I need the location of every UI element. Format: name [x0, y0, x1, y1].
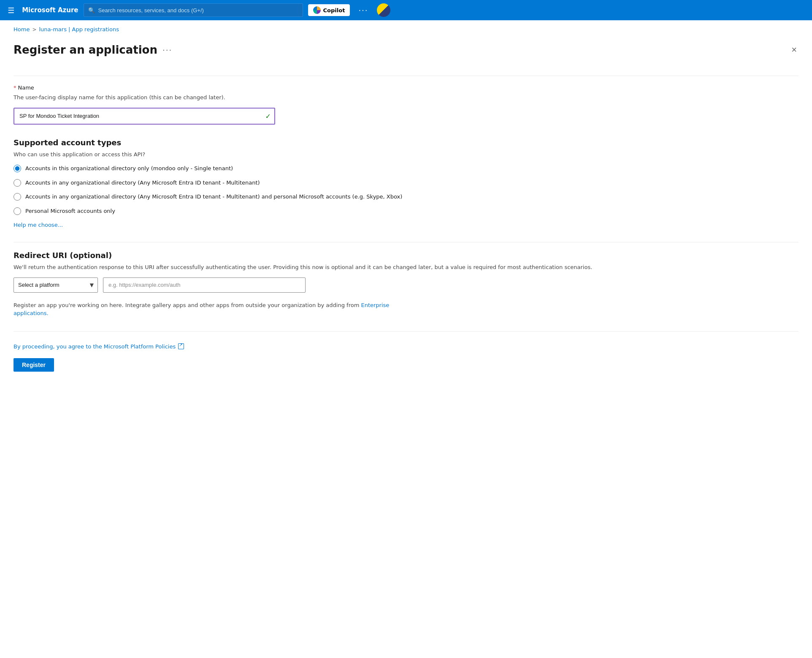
- platform-select[interactable]: Select a platform Web Single-page applic…: [14, 277, 98, 293]
- breadcrumb-separator: >: [32, 27, 36, 33]
- copilot-button[interactable]: Copilot: [308, 4, 350, 16]
- account-types-section: Supported account types Who can use this…: [14, 138, 798, 229]
- more-options-nav[interactable]: ···: [355, 4, 371, 16]
- redirect-uri-heading: Redirect URI (optional): [14, 251, 798, 260]
- section-divider: [14, 242, 798, 242]
- search-icon: 🔍: [88, 7, 95, 14]
- account-types-heading: Supported account types: [14, 138, 798, 147]
- account-types-description: Who can use this application or access t…: [14, 150, 798, 159]
- radio-input-3[interactable]: [14, 193, 21, 201]
- redirect-uri-row: Select a platform Web Single-page applic…: [14, 277, 798, 293]
- footer-divider: [14, 331, 798, 332]
- hamburger-menu[interactable]: ☰: [5, 3, 17, 17]
- radio-label-3: Accounts in any organizational directory…: [25, 193, 402, 201]
- required-star: *: [14, 84, 16, 91]
- search-input[interactable]: [98, 7, 298, 14]
- radio-label-1: Accounts in this organizational director…: [25, 164, 233, 173]
- breadcrumb-home[interactable]: Home: [14, 26, 30, 33]
- name-input[interactable]: [14, 108, 275, 125]
- radio-label-2: Accounts in any organizational directory…: [25, 179, 260, 187]
- platform-select-wrapper: Select a platform Web Single-page applic…: [14, 277, 98, 293]
- top-navigation: ☰ Microsoft Azure 🔍 Copilot ···: [0, 0, 812, 20]
- breadcrumb-current[interactable]: luna-mars | App registrations: [39, 26, 119, 33]
- redirect-uri-description: We'll return the authentication response…: [14, 263, 798, 272]
- radio-input-1[interactable]: [14, 165, 21, 172]
- name-description: The user-facing display name for this ap…: [14, 93, 798, 102]
- policy-text: By proceeding, you agree to the Microsof…: [14, 343, 176, 350]
- radio-option-3[interactable]: Accounts in any organizational directory…: [14, 193, 798, 201]
- register-button[interactable]: Register: [14, 358, 54, 372]
- bottom-note: Register an app you're working on here. …: [14, 301, 393, 318]
- radio-input-4[interactable]: [14, 207, 21, 215]
- radio-group: Accounts in this organizational director…: [14, 164, 798, 215]
- copilot-label: Copilot: [323, 7, 345, 14]
- external-link-icon: [178, 343, 184, 349]
- help-link[interactable]: Help me choose...: [14, 222, 63, 228]
- radio-option-1[interactable]: Accounts in this organizational director…: [14, 164, 798, 173]
- check-icon: ✓: [265, 112, 271, 120]
- search-bar[interactable]: 🔍: [84, 3, 303, 17]
- page-title: Register an application: [14, 44, 157, 56]
- policy-link[interactable]: By proceeding, you agree to the Microsof…: [14, 343, 798, 350]
- radio-option-2[interactable]: Accounts in any organizational directory…: [14, 179, 798, 187]
- azure-logo: Microsoft Azure: [22, 6, 78, 14]
- name-label: *Name: [14, 84, 798, 91]
- breadcrumb: Home > luna-mars | App registrations: [14, 20, 798, 36]
- main-content: Home > luna-mars | App registrations Reg…: [0, 20, 812, 658]
- uri-input[interactable]: [103, 277, 306, 293]
- redirect-uri-section: Redirect URI (optional) We'll return the…: [14, 251, 798, 318]
- radio-label-4: Personal Microsoft accounts only: [25, 207, 115, 215]
- avatar[interactable]: [377, 3, 390, 17]
- radio-option-4[interactable]: Personal Microsoft accounts only: [14, 207, 798, 215]
- page-header: Register an application ··· ×: [14, 36, 798, 67]
- close-button[interactable]: ×: [790, 43, 798, 57]
- page-more-options[interactable]: ···: [162, 46, 172, 54]
- radio-input-2[interactable]: [14, 179, 21, 187]
- header-divider: [14, 76, 798, 76]
- page-title-area: Register an application ···: [14, 44, 172, 56]
- name-section: *Name The user-facing display name for t…: [14, 84, 798, 125]
- name-input-wrapper: ✓: [14, 108, 275, 125]
- copilot-icon: [313, 6, 321, 14]
